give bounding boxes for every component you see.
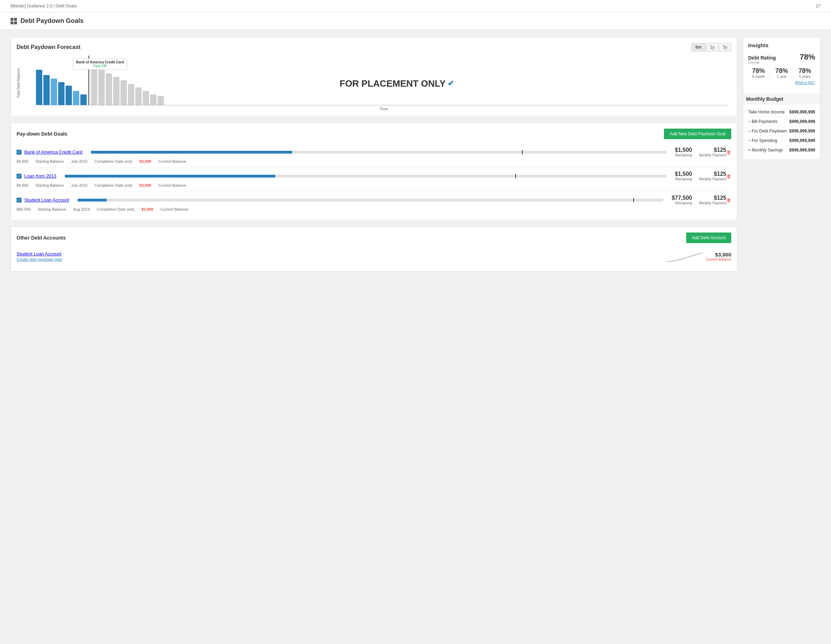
forecast-title: Debt Paydown Forecast: [17, 44, 80, 50]
monthly-amount: $125: [699, 195, 726, 201]
page-header: [Master] Guidance 2.0 | Debt Goals 17: [0, 0, 831, 12]
remaining-label: Remaining: [675, 177, 692, 181]
completion-date: Aug 2019: [73, 207, 89, 211]
bar: [43, 75, 50, 105]
budget-row-spending: – For Spending $999,999,999: [748, 136, 815, 145]
monthly-budget-title: Monthly Budget: [743, 93, 820, 105]
other-debt-section: Other Debt Accounts Add Debt Account Stu…: [11, 227, 737, 272]
budget-row-income: Take Home Income $999,999,999: [748, 107, 815, 117]
x-axis-label: Time: [36, 107, 731, 111]
page-number: 17: [816, 3, 820, 8]
period-5years-pct: 78%: [794, 67, 815, 75]
monthly-label: Monthly Payment: [699, 177, 726, 181]
bar: [58, 82, 64, 105]
other-debt-item: Student Loan Account Create debt paydown…: [17, 247, 731, 266]
remaining-block: $77,500 Remaining: [672, 195, 692, 205]
current-balance-label: Current Balance: [158, 183, 186, 188]
budget-label: – For Spending: [748, 138, 777, 143]
delete-icon[interactable]: 🗑: [726, 197, 731, 203]
bar: [121, 80, 127, 105]
bar: [98, 70, 105, 105]
debt-name-area: ✓ Student Loan Account: [17, 197, 69, 203]
paydown-header: Pay-down Debt Goals Add New Debt Paydown…: [17, 129, 731, 139]
period-6month-label: 6 month: [748, 75, 769, 79]
current-balance-label: Current Balance: [160, 207, 189, 211]
debt-row1: ✓ Bank of America Credit Card $1,500 Rem…: [17, 147, 731, 157]
bar: [65, 86, 72, 105]
budget-value: $999,999,999: [790, 119, 815, 124]
starting-label: Starting Balance: [36, 159, 64, 164]
debt-meta: $80,500 Starting Balance Aug 2019 Comple…: [17, 207, 731, 211]
right-panel: Insights Debt Rating Overall 78% 78% 6 m…: [743, 37, 820, 272]
time-btn-1y[interactable]: 1y: [706, 43, 719, 51]
add-debt-account-button[interactable]: Add Debt Account: [686, 232, 731, 243]
debt-rating-label-block: Debt Rating Overall: [748, 55, 776, 64]
mini-sparkline: [667, 250, 702, 264]
debt-checkbox[interactable]: ✓: [17, 150, 21, 155]
other-debt-name-link[interactable]: Student Loan Account: [17, 251, 61, 256]
debt-rating-row: Debt Rating Overall 78%: [748, 52, 815, 64]
page-breadcrumb: [Master] Guidance 2.0 | Debt Goals: [11, 3, 77, 8]
monthly-block: $125 Monthly Payment: [699, 171, 726, 181]
grid-icon: [11, 18, 17, 24]
debt-name-link[interactable]: Student Loan Account: [24, 197, 69, 203]
other-debt-title: Other Debt Accounts: [17, 235, 66, 241]
add-paydown-goal-button[interactable]: Add New Debt Paydown Goal: [664, 129, 731, 139]
debt-name-area: ✓ Bank of America Credit Card: [17, 149, 83, 155]
bar: [36, 70, 42, 105]
time-btn-5y[interactable]: 5y: [719, 43, 731, 51]
debt-name-link[interactable]: Loan from 2013: [24, 173, 56, 179]
check-circle-icon: ✔: [447, 79, 454, 88]
progress-fill: [91, 151, 293, 154]
period-5years-label: 5 years: [794, 75, 815, 79]
annotation-title: Bank of America Credit Card: [76, 60, 124, 64]
progress-bar: [78, 199, 663, 202]
period-5years: 78% 5 years: [794, 67, 815, 79]
time-buttons: 6m 1y 5y: [691, 43, 731, 51]
remaining-amount: $1,500: [675, 171, 692, 177]
debt-row1: ✓ Loan from 2013 $1,500 Remaining: [17, 171, 731, 181]
progress-fill: [65, 175, 275, 178]
starting-label: Starting Balance: [36, 183, 64, 188]
current-balance: $3,000: [139, 183, 151, 188]
y-axis-label: Total Debt Balance: [17, 56, 21, 111]
placement-text: FOR PLACEMENT ONLY: [340, 78, 446, 89]
other-debt-name: Student Loan Account Create debt paydown…: [17, 251, 664, 262]
monthly-budget-section: Monthly Budget Take Home Income $999,999…: [748, 93, 815, 155]
main-layout: Debt Paydown Forecast 6m 1y 5y Bank of A…: [0, 30, 831, 279]
budget-value: $999,999,999: [790, 129, 815, 134]
monthly-block: $125 Monthly Payment: [699, 195, 726, 205]
progress-bar: [91, 151, 666, 154]
other-balance-label: Current Balance: [706, 258, 731, 261]
bar: [150, 94, 156, 105]
completion-date: July 2015: [71, 159, 88, 164]
debt-amounts: $77,500 Remaining $125 Monthly Payment: [672, 195, 726, 205]
period-1year: 78% 1 year: [771, 67, 793, 79]
debt-meta: $4,800 Starting Balance July 2015 Comple…: [17, 183, 731, 188]
budget-label: – For Debt Paydown: [748, 129, 786, 134]
period-6month-pct: 78%: [748, 67, 769, 75]
delete-icon[interactable]: 🗑: [726, 149, 731, 155]
budget-row-debt-paydown: – For Debt Paydown $999,999,999: [748, 126, 815, 136]
debt-checkbox[interactable]: ✓: [17, 198, 21, 203]
bar: [135, 87, 142, 105]
create-paydown-link[interactable]: Create debt paydown goal: [17, 257, 62, 261]
other-debt-header: Other Debt Accounts Add Debt Account: [17, 232, 731, 243]
debt-rating-label: Debt Rating: [748, 55, 776, 60]
paydown-section: Pay-down Debt Goals Add New Debt Paydown…: [11, 122, 737, 221]
completion-date: July 2015: [71, 183, 88, 188]
other-debt-balance: $3,000 Current Balance: [706, 251, 731, 261]
rating-periods: 78% 6 month 78% 1 year 78% 5 years: [748, 67, 815, 79]
budget-row-bills: – Bill Payments $999,999,999: [748, 117, 815, 126]
debt-checkbox[interactable]: ✓: [17, 174, 21, 179]
delete-icon[interactable]: 🗑: [726, 173, 731, 179]
what-is-this-link[interactable]: What is this?: [748, 81, 815, 84]
time-btn-6m[interactable]: 6m: [691, 43, 705, 51]
chart-annotation: Bank of America Credit Card Paid Off!: [73, 59, 127, 70]
progress-marker: [515, 174, 516, 178]
budget-row-savings: = Monthly Savings $999,999,999: [748, 145, 815, 155]
insights-title: Insights: [748, 42, 815, 48]
starting-label: Starting Balance: [38, 207, 66, 211]
paydown-title: Pay-down Debt Goals: [17, 131, 67, 137]
debt-name-link[interactable]: Bank of America Credit Card: [24, 149, 83, 155]
